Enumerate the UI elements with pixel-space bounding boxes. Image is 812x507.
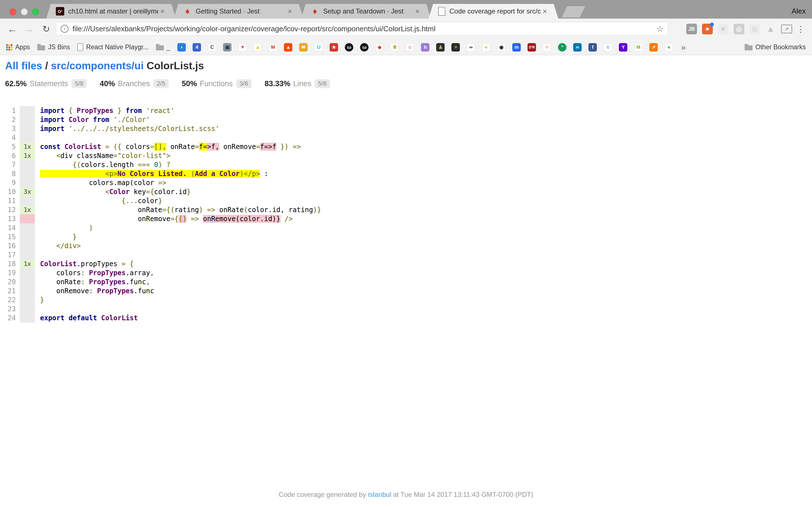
envelope-favicon[interactable]: ✉ xyxy=(299,43,308,52)
tab-close-icon[interactable]: × xyxy=(288,7,292,16)
browser-menu-icon[interactable]: ⋮ xyxy=(795,18,806,40)
google-drive-favicon[interactable]: ▲ xyxy=(253,43,262,52)
hangouts-favicon[interactable]: “ xyxy=(558,43,566,52)
line-number[interactable]: 5 xyxy=(0,142,20,151)
minimize-window-button[interactable] xyxy=(21,8,28,15)
line-number[interactable]: 4 xyxy=(0,133,20,142)
github-2-favicon[interactable]: ω xyxy=(360,43,368,52)
bookmark-item--[interactable]: _ xyxy=(156,43,170,51)
line-number[interactable]: 10 xyxy=(0,187,20,196)
u-pencil-favicon[interactable]: U xyxy=(314,43,323,52)
line-number[interactable]: 11 xyxy=(0,196,20,205)
line-number[interactable]: 7 xyxy=(0,160,20,169)
line-number[interactable]: 14 xyxy=(0,223,20,232)
wunderlist-icon[interactable]: ★ xyxy=(702,24,713,34)
address-bar[interactable]: i file:///Users/alexbanks/Projects/worki… xyxy=(56,22,668,36)
line-number[interactable]: 22 xyxy=(0,295,20,304)
line-number[interactable]: 19 xyxy=(0,269,20,277)
tab-close-icon[interactable]: × xyxy=(415,7,419,16)
tab-4[interactable]: Code coverage report for src/c× xyxy=(428,4,558,18)
c-app-favicon[interactable]: C xyxy=(208,43,216,52)
bookmark-item-apps[interactable]: Apps xyxy=(6,43,30,51)
react-devtools-icon[interactable]: ◎ xyxy=(733,24,744,34)
line-number[interactable]: 13 xyxy=(0,214,20,223)
wunderlist-star-favicon[interactable]: ★ xyxy=(329,43,338,52)
doc-icon[interactable]: ≡ xyxy=(718,24,728,34)
cast-icon[interactable]: ↗ xyxy=(781,24,792,34)
line-coverage-cell xyxy=(20,223,35,232)
line-number[interactable]: 6 xyxy=(0,151,20,160)
stat-label: Lines xyxy=(293,79,312,88)
tab-close-icon[interactable]: × xyxy=(160,7,165,16)
gold-crest-favicon[interactable]: ♛ xyxy=(391,43,399,52)
close-window-button[interactable] xyxy=(10,8,16,15)
profile-name[interactable]: Alex xyxy=(792,7,806,15)
breadcrumb-link[interactable]: src/components/ui xyxy=(51,60,144,71)
stat-label: Statements xyxy=(30,79,68,88)
strava-favicon[interactable]: ▲ xyxy=(284,43,292,52)
leaf-favicon[interactable]: ♠ xyxy=(665,43,673,52)
hexagon-favicon[interactable]: ● xyxy=(482,43,490,52)
medium-favicon[interactable]: m xyxy=(512,43,521,52)
page-info-icon[interactable]: i xyxy=(61,25,68,33)
yahoo-favicon[interactable]: Y xyxy=(619,43,627,52)
battery-favicon[interactable]: ≡ xyxy=(451,43,460,52)
bookmark-item-react-native-playgr-[interactable]: React Native Playgr... xyxy=(77,43,148,51)
person-dark-favicon[interactable]: ♟ xyxy=(436,43,445,52)
line-number[interactable]: 21 xyxy=(0,286,20,295)
calendar-favicon[interactable]: 4 xyxy=(193,43,201,52)
reload-icon[interactable]: ↻ xyxy=(39,18,54,40)
bookmark-star-icon[interactable]: ☆ xyxy=(656,24,664,34)
line-number[interactable]: 2 xyxy=(0,115,20,124)
line-number[interactable]: 1 xyxy=(0,106,20,115)
robot-favicon[interactable]: ▣ xyxy=(223,43,232,52)
jsbin-icon[interactable]: JB xyxy=(686,24,697,34)
code-row: 21 onRemove: PropTypes.func xyxy=(0,286,812,295)
drive-icon[interactable]: ▲ xyxy=(765,24,776,34)
oreilly-favicon[interactable]: O’R xyxy=(527,43,536,52)
line-number[interactable]: 16 xyxy=(0,241,20,250)
line-number[interactable]: 24 xyxy=(0,314,20,323)
tab-2[interactable]: ♦Getting Started · Jest× xyxy=(174,4,303,18)
line-number[interactable]: 15 xyxy=(0,232,20,241)
tab-3[interactable]: ♦Setup and Teardown · Jest× xyxy=(301,4,431,18)
egg-glasses-favicon[interactable]: ∞ xyxy=(467,43,475,52)
red-diamond-favicon[interactable]: ◆ xyxy=(375,43,384,52)
code-line: onRemove={() => onRemove(color.id)} /> xyxy=(40,214,293,223)
google-maps-favicon[interactable]: ▼ xyxy=(238,43,247,52)
breadcrumb-link[interactable]: All files xyxy=(5,60,42,71)
line-number[interactable]: 23 xyxy=(0,304,20,314)
linkedin-favicon[interactable]: in xyxy=(573,43,581,52)
istanbul-link[interactable]: istanbul xyxy=(368,491,391,498)
line-number[interactable]: 3 xyxy=(0,124,20,133)
m-green-favicon[interactable]: M xyxy=(634,43,643,52)
line-number[interactable]: 9 xyxy=(0,178,20,187)
new-tab-button[interactable] xyxy=(562,6,585,17)
code-token: "color-list" xyxy=(117,152,166,160)
stackoverflow-favicon[interactable]: ≡ xyxy=(543,43,551,52)
zoom-window-button[interactable] xyxy=(32,8,39,15)
react-devtools-disabled-icon[interactable]: ◎ xyxy=(749,24,760,34)
url-text[interactable]: file:///Users/alexbanks/Projects/working… xyxy=(72,24,656,33)
analytics-favicon[interactable]: ↗ xyxy=(649,43,658,52)
twitter-favicon[interactable]: t xyxy=(604,43,612,52)
egghead-favicon[interactable]: ◉ xyxy=(497,43,506,52)
line-number[interactable]: 12 xyxy=(0,205,20,214)
facebook-favicon[interactable]: f xyxy=(589,43,597,52)
line-number[interactable]: 17 xyxy=(0,250,20,260)
line-number[interactable]: 20 xyxy=(0,277,20,286)
github-favicon[interactable]: ω xyxy=(345,43,353,52)
line-number[interactable]: 18 xyxy=(0,260,20,269)
other-bookmarks-button[interactable]: Other Bookmarks xyxy=(745,43,806,51)
bookmark-item-js-bins[interactable]: JS Bins xyxy=(37,43,70,51)
blue-crescent-favicon[interactable]: ◗ xyxy=(177,43,186,52)
builder-face-favicon[interactable]: ☺ xyxy=(406,43,414,52)
forward-icon[interactable]: → xyxy=(21,18,36,40)
line-number[interactable]: 8 xyxy=(0,169,20,178)
heroku-favicon[interactable]: h xyxy=(421,43,429,52)
bookmarks-overflow-chevron[interactable]: » xyxy=(681,43,686,52)
gmail-favicon[interactable]: M xyxy=(269,43,277,52)
tab-1[interactable]: O’ch10.html at master | oreillyme× xyxy=(46,4,176,18)
back-icon[interactable]: ← xyxy=(5,18,20,40)
tab-close-icon[interactable]: × xyxy=(543,7,547,16)
